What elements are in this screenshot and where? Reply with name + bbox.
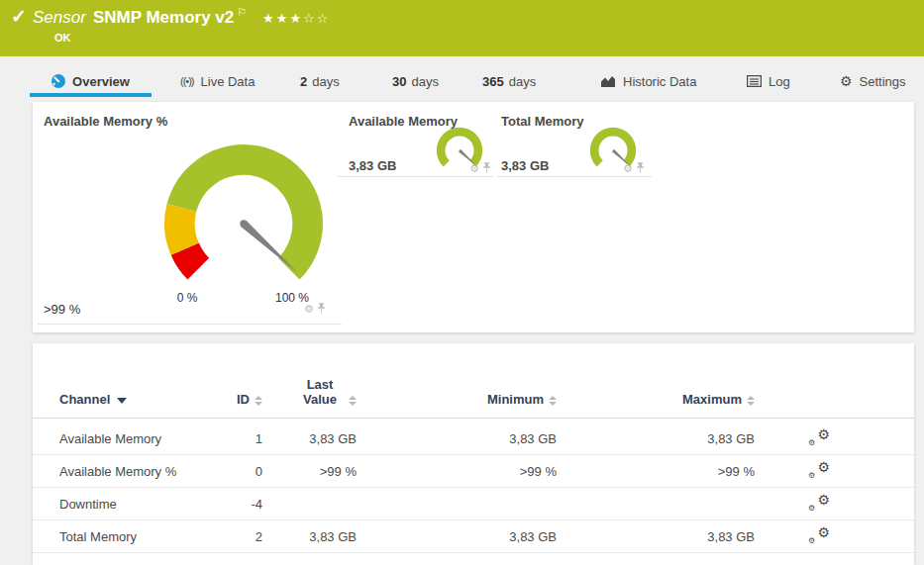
available-memory-value: 3,83 GB — [349, 158, 396, 173]
tab-2-days-number: 2 — [300, 74, 307, 89]
sensor-title-line: SensorSNMP Memory v2⚐★★★☆☆ — [33, 6, 330, 28]
channel-minimum: 3,83 GB — [357, 431, 557, 446]
tab-overview[interactable]: Overview — [30, 56, 152, 102]
channel-name[interactable]: Available Memory — [59, 431, 233, 446]
column-header-minimum-label: Minimum — [487, 392, 544, 407]
column-header-maximum-label: Maximum — [682, 392, 742, 407]
gauge-gear-icon[interactable]: ⚙ — [469, 163, 479, 174]
sort-toggle-icon — [549, 396, 557, 406]
sort-toggle-icon — [255, 396, 262, 406]
main-gauge-value: >99 % — [44, 302, 80, 317]
channel-maximum: 3,83 GB — [557, 529, 755, 544]
rating-stars[interactable]: ★★★☆☆ — [262, 11, 330, 26]
tab-30-days-label: days — [411, 74, 438, 89]
gauge-icon — [51, 74, 65, 88]
channel-name[interactable]: Downtime — [59, 497, 233, 512]
sort-toggle-icon — [349, 396, 357, 406]
sensor-kind-label: Sensor — [33, 8, 86, 27]
channel-minimum: 3,83 GB — [357, 529, 557, 544]
table-row-available-memory[interactable]: Available Memory 1 3,83 GB 3,83 GB 3,83 … — [33, 423, 914, 455]
channel-minimum: >99 % — [357, 464, 557, 479]
table-row-downtime[interactable]: Downtime -4 ⚙⚙ — [33, 488, 914, 520]
column-header-id-label: ID — [237, 392, 250, 407]
channel-last-value: 3,83 GB — [262, 431, 357, 446]
column-header-last-value[interactable]: Last Value — [262, 377, 357, 407]
column-header-channel-label: Channel — [59, 392, 110, 407]
status-badge: OK — [54, 32, 71, 44]
column-header-id[interactable]: ID — [233, 392, 262, 407]
gauge-pin-icon[interactable] — [317, 303, 326, 315]
stars-filled[interactable]: ★★★ — [262, 11, 303, 26]
live-data-icon: ((•)) — [180, 75, 194, 87]
available-memory-divider — [338, 176, 493, 177]
channel-last-value: 3,83 GB — [262, 529, 357, 544]
channel-name[interactable]: Available Memory % — [59, 464, 233, 479]
status-check-icon: ✓ — [11, 5, 27, 28]
column-header-maximum[interactable]: Maximum — [557, 392, 755, 407]
main-gauge-title: Available Memory % — [44, 114, 167, 129]
gauge-gear-icon[interactable]: ⚙ — [304, 304, 314, 315]
sensor-name: SNMP Memory v2 — [93, 8, 234, 27]
tab-30-days[interactable]: 30 days — [392, 56, 439, 102]
sensor-page: ✓ SensorSNMP Memory v2⚐★★★☆☆ OK Overview… — [0, 0, 924, 565]
tab-historic-data-label: Historic Data — [623, 74, 696, 89]
gauge-needle-hub — [240, 220, 247, 227]
tab-2-days-label: days — [312, 74, 339, 89]
channel-settings-icon[interactable]: ⚙⚙ — [808, 428, 830, 446]
historic-chart-icon — [600, 75, 616, 88]
column-header-channel[interactable]: Channel — [59, 392, 233, 407]
channel-last-value: >99 % — [262, 464, 357, 479]
tab-365-days-label: days — [509, 74, 536, 89]
channel-table-body: Available Memory 1 3,83 GB 3,83 GB 3,83 … — [33, 423, 914, 553]
gauges-card: Available Memory % 0 % 100 % >99 % ⚙ Ava… — [33, 102, 914, 332]
gauge-pin-icon[interactable] — [482, 162, 491, 174]
gauge-scale-min: 0 % — [157, 291, 217, 305]
channel-maximum: 3,83 GB — [557, 431, 755, 446]
main-panel-divider — [38, 324, 342, 325]
tab-365-days-number: 365 — [482, 74, 504, 89]
main-gauge-panel-icons: ⚙ — [304, 303, 326, 315]
tab-365-days[interactable]: 365 days — [482, 56, 536, 102]
tab-30-days-number: 30 — [392, 74, 406, 89]
flag-icon[interactable]: ⚐ — [237, 6, 247, 18]
tab-2-days[interactable]: 2 days — [300, 56, 340, 102]
total-memory-divider — [496, 176, 652, 177]
available-memory-panel-icons: ⚙ — [469, 162, 491, 174]
total-memory-value: 3,83 GB — [501, 158, 549, 173]
channel-table-header: Channel ID Last Value Minimum Maximum — [33, 343, 914, 419]
column-header-last-value-label: Last Value — [296, 377, 344, 407]
sort-desc-icon — [117, 398, 127, 404]
tab-log[interactable]: Log — [747, 56, 790, 102]
log-list-icon — [747, 75, 762, 87]
tab-bar: Overview ((•)) Live Data 2 days 30 days … — [0, 56, 924, 102]
available-memory-percent-gauge — [152, 132, 336, 316]
tab-log-label: Log — [769, 74, 790, 89]
active-tab-underline — [30, 93, 152, 97]
settings-gear-icon: ⚙ — [840, 74, 853, 88]
tab-overview-label: Overview — [72, 74, 130, 89]
tab-settings[interactable]: ⚙ Settings — [840, 56, 906, 102]
table-row-total-memory[interactable]: Total Memory 2 3,83 GB 3,83 GB 3,83 GB ⚙… — [33, 520, 914, 553]
stars-empty[interactable]: ☆☆ — [303, 11, 330, 26]
total-memory-panel-icons: ⚙ — [623, 162, 645, 174]
sensor-status-bar: ✓ SensorSNMP Memory v2⚐★★★☆☆ OK — [0, 0, 924, 56]
mini-gauge-arc — [590, 128, 636, 167]
channel-id: 2 — [233, 529, 262, 544]
channel-settings-icon[interactable]: ⚙⚙ — [808, 526, 830, 544]
channel-id: 0 — [233, 464, 262, 479]
gauge-gear-icon[interactable]: ⚙ — [623, 163, 633, 174]
channel-settings-icon[interactable]: ⚙⚙ — [808, 494, 830, 512]
sort-toggle-icon — [747, 396, 755, 406]
channel-maximum: >99 % — [557, 464, 755, 479]
gauge-pin-icon[interactable] — [636, 162, 645, 174]
channels-card: Channel ID Last Value Minimum Maximum Av… — [33, 343, 914, 565]
table-row-available-memory-percent[interactable]: Available Memory % 0 >99 % >99 % >99 % ⚙… — [33, 455, 914, 488]
tab-historic-data[interactable]: Historic Data — [600, 56, 696, 102]
column-header-minimum[interactable]: Minimum — [357, 392, 557, 407]
channel-name[interactable]: Total Memory — [59, 529, 233, 544]
channel-settings-icon[interactable]: ⚙⚙ — [808, 461, 830, 479]
tab-live-data-label: Live Data — [201, 74, 256, 89]
total-memory-title: Total Memory — [501, 114, 584, 129]
channel-id: 1 — [233, 431, 262, 446]
tab-live-data[interactable]: ((•)) Live Data — [180, 56, 255, 102]
